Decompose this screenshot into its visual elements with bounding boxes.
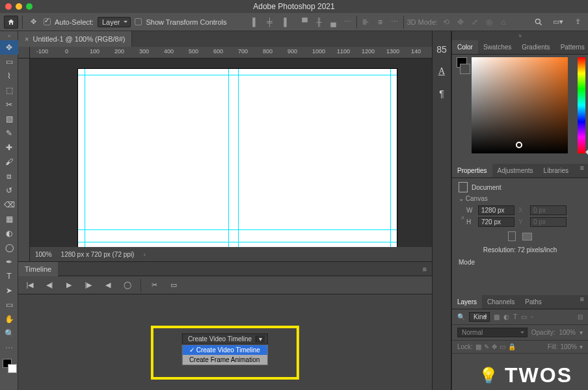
- home-button[interactable]: [4, 16, 18, 29]
- guide-horizontal[interactable]: [78, 242, 397, 242]
- auto-select-type-dropdown[interactable]: Layer: [98, 17, 131, 27]
- zoom-display[interactable]: 100%: [35, 251, 52, 258]
- color-picker-field[interactable]: [472, 57, 568, 153]
- mute-audio-icon[interactable]: ◯: [121, 279, 134, 292]
- blur-tool[interactable]: ◐: [0, 226, 18, 240]
- orientation-portrait-icon[interactable]: [508, 231, 516, 241]
- filter-smart-icon[interactable]: ▫: [531, 313, 533, 320]
- crop-tool[interactable]: ✂: [0, 98, 18, 112]
- threeD-icon-2[interactable]: ✥: [455, 16, 466, 28]
- orientation-landscape-icon[interactable]: [522, 233, 532, 240]
- guide-horizontal[interactable]: [78, 75, 397, 75]
- tab-color[interactable]: Color: [452, 40, 478, 54]
- canvas-area[interactable]: [30, 58, 432, 247]
- threeD-icon-5[interactable]: ⌂: [498, 16, 509, 28]
- history-brush-tool[interactable]: ↺: [0, 183, 18, 198]
- chevron-down-icon[interactable]: ▾: [580, 329, 583, 336]
- align-right-edges-icon[interactable]: ▐: [278, 16, 289, 28]
- tab-layers[interactable]: Layers: [452, 295, 482, 309]
- status-caret-icon[interactable]: ›: [143, 251, 145, 258]
- zoom-tool[interactable]: 🔍: [0, 326, 18, 341]
- chevron-down-icon[interactable]: ▾: [256, 335, 265, 343]
- eyedropper-tool[interactable]: ✎: [0, 126, 18, 140]
- path-select-tool[interactable]: ➤: [0, 283, 18, 298]
- search-icon[interactable]: [532, 16, 545, 29]
- guide-vertical[interactable]: [238, 69, 239, 248]
- opacity-value[interactable]: 100%: [559, 329, 576, 336]
- filter-pixel-icon[interactable]: ▩: [494, 313, 500, 320]
- distribute-h-icon[interactable]: ⊪: [360, 16, 371, 28]
- align-bottom-edges-icon[interactable]: ▄: [327, 16, 339, 28]
- timeline-tab[interactable]: Timeline: [18, 262, 58, 276]
- threeD-icon-1[interactable]: ⟲: [440, 16, 452, 28]
- guide-horizontal[interactable]: [78, 229, 397, 230]
- link-dimensions-icon[interactable]: ⟓: [459, 210, 466, 223]
- minimize-window-icon[interactable]: [16, 3, 22, 10]
- foreground-background-colors[interactable]: [0, 358, 18, 377]
- tab-swatches[interactable]: Swatches: [478, 40, 516, 54]
- lock-all-icon[interactable]: 🔒: [508, 343, 516, 350]
- ruler-vertical[interactable]: [18, 58, 30, 261]
- threeD-icon-4[interactable]: ◎: [483, 16, 495, 28]
- panel-menu-icon[interactable]: ≡: [576, 295, 588, 309]
- share-icon[interactable]: ⇪: [571, 16, 584, 29]
- guide-vertical[interactable]: [85, 69, 85, 248]
- lock-artboard-icon[interactable]: ▭: [500, 343, 505, 350]
- brush-tool[interactable]: 🖌: [0, 155, 18, 169]
- object-select-tool[interactable]: ⬚: [0, 83, 18, 98]
- align-top-edges-icon[interactable]: ▀: [299, 16, 310, 28]
- play-icon[interactable]: ▶: [62, 279, 75, 292]
- background-swatch[interactable]: [460, 64, 470, 74]
- tab-paths[interactable]: Paths: [520, 295, 547, 309]
- paragraph-panel-icon[interactable]: ¶: [435, 87, 448, 100]
- ruler-horizontal[interactable]: -100 0 100 200 300 400 500 600 700 800 9…: [30, 47, 432, 58]
- prev-frame-icon[interactable]: ◀|: [43, 279, 56, 292]
- create-timeline-dropdown-button[interactable]: Create Video Timeline ▾: [182, 333, 268, 344]
- transition-icon[interactable]: ▭: [167, 279, 180, 292]
- chevron-down-icon[interactable]: ▾: [580, 343, 583, 350]
- eraser-tool[interactable]: ⌫: [0, 198, 18, 212]
- histogram-panel-icon[interactable]: 85: [435, 43, 448, 56]
- tab-libraries[interactable]: Libraries: [539, 164, 574, 177]
- split-clip-icon[interactable]: ✂: [148, 279, 161, 292]
- workspace-switcher-icon[interactable]: ▭▾: [552, 16, 565, 29]
- background-color-swatch[interactable]: [8, 364, 17, 373]
- goto-prev-keyframe-icon[interactable]: ◀: [101, 279, 114, 292]
- hue-slider-handle-icon[interactable]: [583, 150, 588, 155]
- blend-mode-dropdown[interactable]: Normal: [457, 328, 528, 337]
- goto-first-frame-icon[interactable]: |◀: [23, 279, 36, 292]
- layer-filter-kind-dropdown[interactable]: Kind: [469, 312, 490, 322]
- tab-properties[interactable]: Properties: [452, 164, 492, 177]
- document-dimensions[interactable]: 1280 px x 720 px (72 ppi): [61, 251, 135, 258]
- dodge-tool[interactable]: ◯: [0, 240, 18, 255]
- fill-value[interactable]: 100%: [560, 343, 577, 350]
- more-distribute-icon[interactable]: ⋯: [388, 18, 401, 26]
- menu-item-frame-animation[interactable]: Create Frame Animation: [183, 355, 267, 365]
- hand-tool[interactable]: ✋: [0, 312, 18, 326]
- canvas[interactable]: [78, 69, 397, 248]
- close-tab-icon[interactable]: ×: [25, 35, 29, 43]
- pen-tool[interactable]: ✒: [0, 255, 18, 269]
- filter-type-icon[interactable]: T: [513, 313, 517, 320]
- threeD-icon-3[interactable]: ⤢: [469, 16, 481, 28]
- tab-channels[interactable]: Channels: [482, 295, 520, 309]
- more-align-icon[interactable]: ⋯: [341, 18, 354, 26]
- show-transform-checkbox[interactable]: [135, 18, 142, 25]
- filter-toggle-icon[interactable]: ⊟: [578, 313, 583, 320]
- panel-menu-icon[interactable]: ≡: [576, 164, 588, 177]
- frame-tool[interactable]: ▧: [0, 112, 18, 126]
- guide-vertical[interactable]: [390, 69, 391, 248]
- ruler-origin[interactable]: [18, 47, 30, 58]
- collapse-toolbar-icon[interactable]: »: [0, 31, 18, 40]
- clone-stamp-tool[interactable]: ⧈: [0, 169, 18, 183]
- panel-menu-icon[interactable]: ≡: [418, 265, 432, 273]
- distribute-v-icon[interactable]: ≡: [374, 16, 386, 28]
- maximize-window-icon[interactable]: [26, 3, 33, 10]
- align-vertical-centers-icon[interactable]: ╫: [313, 16, 325, 28]
- marquee-tool[interactable]: ▭: [0, 55, 18, 69]
- document-tab[interactable]: × Untitled-1 @ 100% (RGB/8#): [18, 31, 132, 47]
- filter-adjust-icon[interactable]: ◐: [503, 313, 509, 320]
- type-tool[interactable]: T: [0, 269, 18, 283]
- width-field[interactable]: 1280 px: [478, 205, 514, 215]
- healing-brush-tool[interactable]: ✚: [0, 140, 18, 155]
